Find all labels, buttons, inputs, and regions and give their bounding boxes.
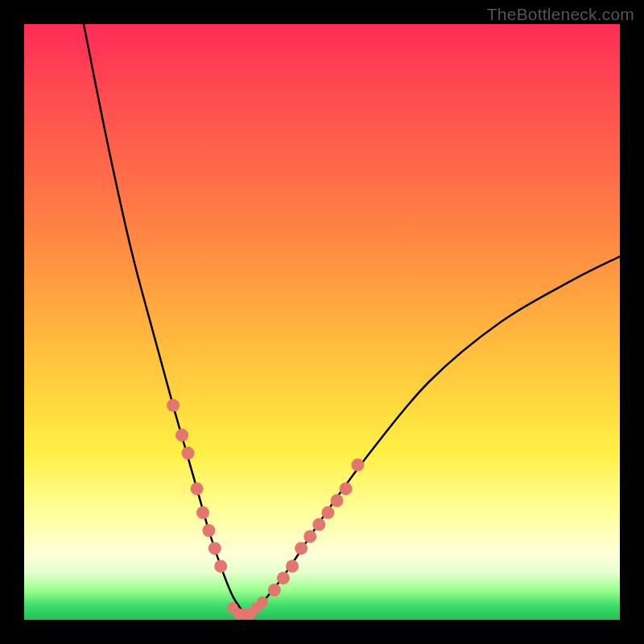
marker-cluster-left-point — [208, 542, 221, 555]
marker-cluster-right-point — [340, 482, 353, 495]
marker-cluster-right-point — [321, 506, 334, 519]
marker-cluster-left-point — [182, 447, 195, 460]
chart-svg — [24, 24, 620, 620]
marker-cluster-right-point — [295, 542, 308, 555]
marker-cluster-right-point — [303, 530, 316, 543]
bottleneck-curve-left — [84, 24, 245, 614]
marker-cluster-right-point — [331, 494, 344, 507]
plot-area — [24, 24, 620, 620]
marker-cluster-left-point — [167, 399, 180, 412]
watermark-text: TheBottleneck.com — [487, 5, 634, 24]
marker-cluster-left-point — [214, 559, 227, 572]
marker-cluster-left-point — [191, 482, 204, 495]
marker-cluster-right-point — [268, 584, 281, 597]
series-layer — [84, 24, 620, 620]
chart-frame: TheBottleneck.com — [0, 0, 644, 644]
marker-cluster-right-point — [351, 459, 364, 472]
bottleneck-curve-right — [245, 257, 620, 614]
marker-cluster-left-point — [202, 524, 215, 537]
marker-cluster-right-point — [312, 518, 325, 531]
marker-cluster-left-point — [175, 429, 188, 442]
marker-cluster-right-point — [277, 572, 290, 584]
marker-cluster-left-point — [196, 506, 209, 519]
marker-cluster-right-point — [286, 559, 299, 572]
marker-cluster-bottom-point — [257, 597, 268, 608]
